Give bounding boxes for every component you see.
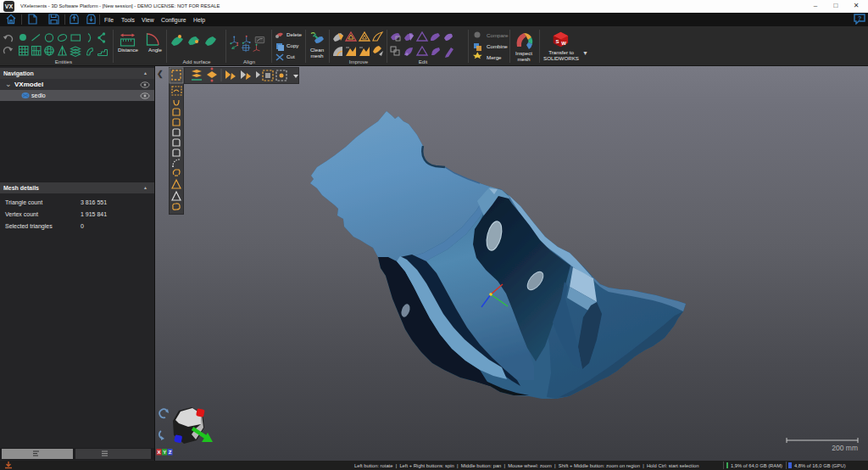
svg-text:?: ? bbox=[858, 15, 861, 21]
svg-text:Z: Z bbox=[169, 450, 172, 455]
svg-text:W: W bbox=[561, 41, 566, 46]
svg-text:200 mm: 200 mm bbox=[832, 444, 858, 452]
svg-text:X: X bbox=[158, 450, 161, 455]
svg-text:Y: Y bbox=[163, 450, 166, 455]
svg-text:S: S bbox=[555, 39, 559, 44]
